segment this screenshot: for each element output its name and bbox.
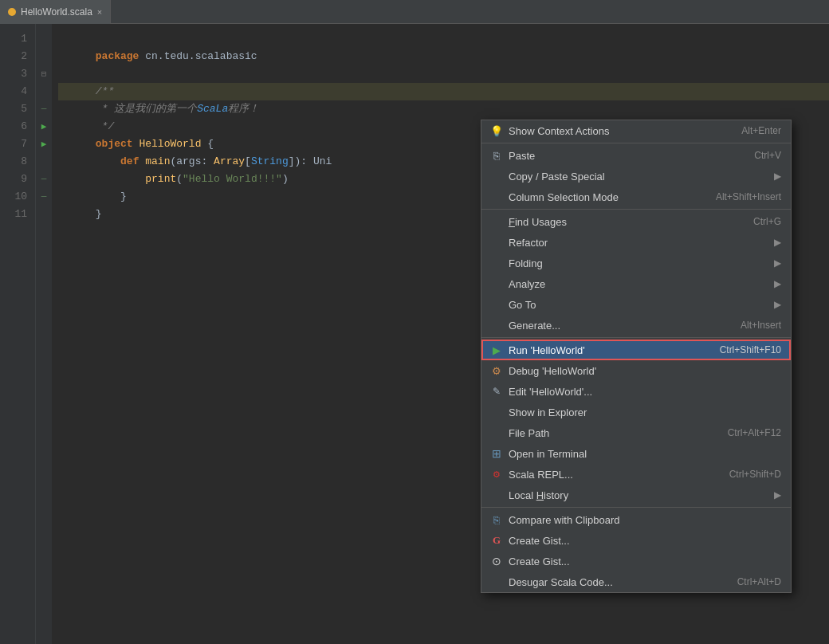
menu-label-paste: Paste — [509, 150, 738, 162]
submenu-arrow-analyze: ▶ — [774, 278, 781, 289]
menu-item-run-helloworld[interactable]: ▶ Run 'HelloWorld' Ctrl+Shift+F10 — [481, 340, 791, 360]
menu-item-show-context-actions[interactable]: 💡 Show Context Actions Alt+Enter — [481, 120, 791, 141]
run-icon: ▶ — [489, 344, 504, 356]
line-num-10: 10 — [0, 188, 27, 206]
submenu-arrow-copy-paste: ▶ — [774, 171, 781, 182]
menu-label-edit-helloworld: Edit 'HelloWorld'... — [509, 386, 781, 398]
gutter-6-run[interactable]: ▶ — [36, 118, 52, 135]
menu-label-file-path: File Path — [509, 427, 712, 439]
gutter-2 — [36, 48, 52, 65]
menu-shortcut-paste: Ctrl+V — [754, 150, 781, 161]
compare-icon: ⎘ — [489, 514, 504, 526]
tab-close-button[interactable]: × — [97, 7, 102, 17]
menu-shortcut-column-selection: Alt+Shift+Insert — [716, 191, 781, 202]
gutter: ⊟ ─ ▶ ▶ ─ ─ — [36, 24, 52, 644]
code-line-3: /** — [58, 65, 829, 83]
line-num-2: 2 — [0, 48, 27, 65]
menu-item-desugar-scala[interactable]: Desugar Scala Code... Ctrl+Alt+D — [481, 571, 791, 592]
menu-shortcut-generate: Alt+Insert — [741, 320, 781, 331]
gutter-8 — [36, 153, 52, 171]
menu-item-goto[interactable]: Go To ▶ — [481, 294, 791, 315]
menu-label-desugar-scala: Desugar Scala Code... — [509, 576, 721, 588]
menu-item-compare-clipboard[interactable]: ⎘ Compare with Clipboard — [481, 509, 791, 530]
menu-item-find-usages[interactable]: Find Usages Ctrl+G — [481, 211, 791, 232]
menu-item-analyze[interactable]: Analyze ▶ — [481, 273, 791, 294]
code-line-4: * 这是我们的第一个ScaLa程序！ — [58, 83, 829, 100]
submenu-arrow-folding: ▶ — [774, 257, 781, 269]
menu-label-debug-helloworld: Debug 'HelloWorld' — [509, 365, 781, 377]
line-num-8: 8 — [0, 153, 27, 171]
line-num-5: 5 — [0, 100, 27, 118]
menu-label-run-helloworld: Run 'HelloWorld' — [509, 344, 704, 356]
gutter-4 — [36, 83, 52, 100]
line-num-3: 3 — [0, 65, 27, 83]
context-menu: 💡 Show Context Actions Alt+Enter ⎘ Paste… — [481, 120, 792, 593]
line-num-6: 6 — [0, 118, 27, 135]
menu-item-refactor[interactable]: Refactor ▶ — [481, 232, 791, 253]
menu-item-edit-helloworld[interactable]: ✎ Edit 'HelloWorld'... — [481, 381, 791, 402]
gutter-7-run[interactable]: ▶ — [36, 135, 52, 153]
bulb-icon: 💡 — [489, 125, 504, 137]
line-numbers: 1 2 3 4 5 6 7 8 9 10 11 — [0, 24, 36, 644]
menu-label-copy-paste-special: Copy / Paste Special — [509, 171, 771, 183]
menu-item-open-terminal[interactable]: ⊞ Open in Terminal — [481, 443, 791, 464]
tab-bar: HelloWorld.scala × — [0, 0, 829, 24]
menu-label-create-gist-gh: Create Gist... — [509, 556, 781, 567]
menu-shortcut-scala-repl: Ctrl+Shift+D — [729, 469, 781, 480]
menu-label-column-selection: Column Selection Mode — [509, 191, 700, 203]
edit-icon: ✎ — [489, 386, 504, 397]
menu-item-show-in-explorer[interactable]: Show in Explorer — [481, 402, 791, 422]
divider-2 — [481, 209, 791, 210]
github-icon: ⊙ — [489, 555, 504, 567]
submenu-arrow-refactor: ▶ — [774, 237, 781, 248]
menu-label-create-gist-g: Create Gist... — [509, 535, 781, 547]
menu-label-find-usages: Find Usages — [509, 216, 737, 228]
file-tab[interactable]: HelloWorld.scala × — [0, 0, 111, 24]
menu-label-refactor: Refactor — [509, 237, 771, 249]
menu-shortcut-find-usages: Ctrl+G — [753, 216, 781, 227]
menu-label-show-context-actions: Show Context Actions — [509, 125, 725, 137]
tab-filename: HelloWorld.scala — [21, 6, 92, 18]
divider-1 — [481, 143, 791, 143]
gutter-10-fold[interactable]: ─ — [36, 188, 52, 206]
terminal-icon: ⊞ — [489, 447, 504, 460]
gutter-9-fold[interactable]: ─ — [36, 171, 52, 188]
gist-g-icon: G — [489, 534, 504, 547]
menu-item-local-history[interactable]: Local History ▶ — [481, 485, 791, 505]
menu-label-goto: Go To — [509, 299, 771, 311]
menu-label-generate: Generate... — [509, 320, 725, 332]
line-num-7: 7 — [0, 135, 27, 153]
menu-item-folding[interactable]: Folding ▶ — [481, 253, 791, 273]
submenu-arrow-local-history: ▶ — [774, 489, 781, 501]
menu-item-create-gist-gh[interactable]: ⊙ Create Gist... — [481, 551, 791, 571]
menu-label-local-history: Local History — [509, 489, 771, 501]
editor-area: 1 2 3 4 5 6 7 8 9 10 11 ⊟ ─ ▶ ▶ ─ ─ pack… — [0, 24, 829, 644]
menu-item-copy-paste-special[interactable]: Copy / Paste Special ▶ — [481, 166, 791, 187]
scala-repl-icon: ⚙ — [489, 469, 504, 480]
line-num-1: 1 — [0, 30, 27, 48]
menu-label-show-in-explorer: Show in Explorer — [509, 406, 781, 418]
gutter-3-fold[interactable]: ⊟ — [36, 65, 52, 83]
menu-item-column-selection[interactable]: Column Selection Mode Alt+Shift+Insert — [481, 187, 791, 207]
menu-item-scala-repl[interactable]: ⚙ Scala REPL... Ctrl+Shift+D — [481, 464, 791, 485]
gutter-5-fold[interactable]: ─ — [36, 100, 52, 118]
paste-icon: ⎘ — [489, 150, 504, 162]
menu-item-debug-helloworld[interactable]: ⚙ Debug 'HelloWorld' — [481, 360, 791, 381]
menu-item-generate[interactable]: Generate... Alt+Insert — [481, 315, 791, 336]
line-num-11: 11 — [0, 206, 27, 223]
gutter-1 — [36, 30, 52, 48]
menu-shortcut-show-context-actions: Alt+Enter — [741, 125, 781, 136]
menu-label-analyze: Analyze — [509, 278, 771, 290]
menu-label-open-terminal: Open in Terminal — [509, 448, 781, 460]
line-num-4: 4 — [0, 83, 27, 100]
menu-item-file-path[interactable]: File Path Ctrl+Alt+F12 — [481, 422, 791, 443]
menu-label-scala-repl: Scala REPL... — [509, 469, 713, 481]
debug-icon: ⚙ — [489, 365, 504, 377]
menu-item-create-gist-g[interactable]: G Create Gist... — [481, 530, 791, 551]
divider-4 — [481, 507, 791, 508]
tab-modified-dot — [8, 8, 16, 16]
line-num-9: 9 — [0, 171, 27, 188]
menu-item-paste[interactable]: ⎘ Paste Ctrl+V — [481, 145, 791, 166]
menu-shortcut-run-helloworld: Ctrl+Shift+F10 — [720, 344, 781, 355]
menu-shortcut-file-path: Ctrl+Alt+F12 — [728, 427, 781, 438]
